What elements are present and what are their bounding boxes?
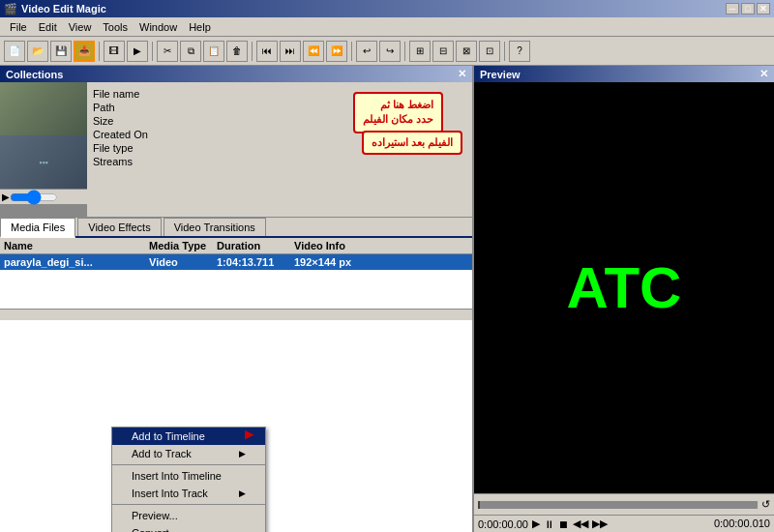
tb-help[interactable]: ? — [509, 41, 530, 62]
ctx-sep-2 — [112, 504, 265, 505]
tb-btn19[interactable]: ⊠ — [456, 41, 477, 62]
preview-video-area: ATC — [474, 82, 774, 493]
file-row-name: parayla_degi_si... — [4, 256, 149, 268]
ctx-preview[interactable]: Preview... — [112, 507, 265, 524]
tb-redo[interactable]: ↪ — [379, 41, 401, 62]
toolbar-separator-3 — [252, 42, 253, 61]
preview-close[interactable]: ✕ — [759, 68, 768, 80]
file-row-duration: 1:04:13.711 — [217, 256, 294, 268]
preview-panel: Preview ✕ ATC ↺ 0:00:00.00 ▶ ⏸ ⏹ ◀◀ ▶▶ 0… — [474, 66, 774, 532]
tab-video-effects[interactable]: Video Effects — [77, 218, 161, 236]
header-info: Video Info — [294, 240, 468, 251]
tab-media-files[interactable]: Media Files — [0, 218, 75, 238]
tb-delete[interactable]: 🗑 — [226, 41, 248, 62]
preview-header: Preview ✕ — [474, 66, 774, 82]
file-list-header: Name Media Type Duration Video Info — [0, 238, 472, 254]
menu-view[interactable]: View — [63, 19, 98, 35]
empty-list-space — [0, 270, 472, 309]
ctx-add-track-label: Add to Track — [132, 448, 192, 459]
header-duration: Duration — [217, 240, 294, 251]
preview-title: Preview — [480, 69, 521, 80]
menu-help[interactable]: Help — [183, 19, 217, 35]
tb-btn12[interactable]: ⏭ — [280, 41, 301, 62]
window-controls: ─ □ ✕ — [726, 3, 770, 15]
ctx-insert-track-arrow: ▶ — [239, 488, 246, 498]
collections-close[interactable]: ✕ — [458, 68, 466, 80]
toolbar-separator-1 — [99, 42, 100, 61]
maximize-button[interactable]: □ — [741, 3, 755, 15]
ctx-insert-into-timeline[interactable]: Insert Into Timeline — [112, 467, 265, 485]
thumb-controls: ▶ — [0, 189, 87, 204]
play-btn[interactable]: ▶ — [532, 517, 540, 530]
toolbar-separator-5 — [404, 42, 405, 61]
toolbar: 📄 📂 💾 📥 🎞 ▶ ✂ ⧉ 📋 🗑 ⏮ ⏭ ⏪ ⏩ ↩ ↪ ⊞ ⊟ ⊠ ⊡ … — [0, 37, 774, 66]
ctx-insert-track-label: Insert Into Track — [132, 488, 208, 499]
tb-btn13[interactable]: ⏪ — [303, 41, 324, 62]
preview-playback-controls: 0:00:00.00 ▶ ⏸ ⏹ ◀◀ ▶▶ — [478, 517, 608, 530]
ctx-preview-label: Preview... — [132, 510, 178, 521]
ctx-add-track-arrow: ▶ — [239, 449, 246, 458]
preview-progress-slider[interactable] — [478, 501, 758, 509]
collections-title: Collections — [6, 69, 63, 80]
collections-header: Collections ✕ — [0, 66, 472, 82]
tb-btn6[interactable]: ▶ — [127, 41, 148, 62]
ctx-add-to-track[interactable]: Add to Track ▶ — [112, 445, 265, 462]
file-list-area: Name Media Type Duration Video Info para… — [0, 238, 472, 532]
tb-cut[interactable]: ✂ — [157, 41, 178, 62]
thumbnail-image: ▪▪▪ — [0, 82, 87, 189]
ctx-convert[interactable]: Convert... — [112, 524, 265, 532]
pause-btn[interactable]: ⏸ — [544, 518, 554, 530]
title-bar: 🎬 Video Edit Magic ─ □ ✕ — [0, 0, 774, 17]
ctx-insert-into-track[interactable]: Insert Into Track ▶ — [112, 485, 265, 502]
time-start-display: 0:00:00.00 — [478, 518, 528, 530]
file-row[interactable]: parayla_degi_si... Video 1:04:13.711 192… — [0, 254, 472, 270]
minimize-button[interactable]: ─ — [726, 3, 739, 15]
thumb-label: ▪▪▪ — [39, 158, 48, 167]
menu-file[interactable]: File — [4, 19, 33, 35]
collections-panel: Collections ✕ ▪▪▪ ▶ File name Path — [0, 66, 474, 532]
menu-tools[interactable]: Tools — [97, 19, 134, 35]
next-frame-btn[interactable]: ▶▶ — [592, 517, 608, 530]
menu-window[interactable]: Window — [134, 19, 183, 35]
tb-copy[interactable]: ⧉ — [180, 41, 201, 62]
preview-atc-text: ATC — [567, 254, 682, 321]
tb-btn11[interactable]: ⏮ — [256, 41, 278, 62]
menu-edit[interactable]: Edit — [33, 19, 63, 35]
play-icon[interactable]: ▶ — [2, 192, 10, 202]
horizontal-scrollbar[interactable] — [0, 309, 472, 320]
tb-undo[interactable]: ↩ — [356, 41, 377, 62]
collections-top: ▪▪▪ ▶ File name Path Size Created On Fil… — [0, 82, 472, 218]
time-end-display: 0:00:00.010 — [714, 517, 770, 530]
tb-btn5[interactable]: 🎞 — [104, 41, 125, 62]
file-streams-label: Streams — [93, 156, 466, 167]
tb-paste[interactable]: 📋 — [203, 41, 224, 62]
tb-btn14[interactable]: ⏩ — [326, 41, 347, 62]
thumb-bottom: ▪▪▪ — [0, 135, 87, 189]
stop-btn[interactable]: ⏹ — [558, 518, 569, 530]
toolbar-separator-2 — [152, 42, 153, 61]
header-type: Media Type — [149, 240, 217, 251]
tb-save[interactable]: 💾 — [50, 41, 72, 62]
annotation-1-line2: حدد مكان الفيلم — [363, 112, 433, 127]
close-button[interactable]: ✕ — [757, 3, 770, 15]
tb-btn20[interactable]: ⊡ — [479, 41, 500, 62]
file-row-type: Video — [149, 256, 217, 268]
main-layout: Collections ✕ ▪▪▪ ▶ File name Path — [0, 66, 774, 532]
tb-new[interactable]: 📄 — [4, 41, 25, 62]
annotation-1-line1: اضغط هنا ثم — [363, 98, 433, 112]
toolbar-separator-4 — [351, 42, 352, 61]
prev-frame-btn[interactable]: ◀◀ — [573, 517, 588, 530]
thumb-top — [0, 82, 87, 135]
tb-btn18[interactable]: ⊟ — [432, 41, 454, 62]
preview-refresh-icon[interactable]: ↺ — [761, 498, 770, 511]
arrow-indicator: ◄ — [242, 427, 257, 444]
header-name: Name — [4, 240, 149, 251]
tb-open[interactable]: 📂 — [27, 41, 48, 62]
tb-import[interactable]: 📥 — [74, 41, 95, 62]
tab-video-transitions[interactable]: Video Transitions — [164, 218, 266, 236]
tb-btn17[interactable]: ⊞ — [409, 41, 431, 62]
preview-controls: ↺ — [474, 493, 774, 515]
thumb-slider[interactable] — [10, 193, 58, 201]
annotation-bubble-2: الفيلم بعد استيراده — [362, 131, 462, 155]
ctx-add-timeline-label: Add to Timeline — [132, 430, 205, 442]
